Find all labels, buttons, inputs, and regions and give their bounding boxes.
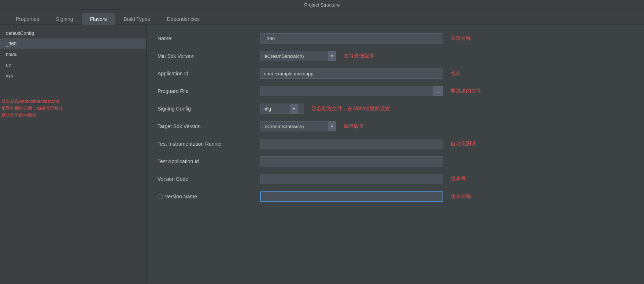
min-sdk-select-wrapper: ▼	[260, 51, 336, 61]
proguard-browse-button[interactable]: ...	[433, 86, 443, 96]
comment-target-sdk: 编译版本	[344, 123, 364, 130]
label-min-sdk: Min Sdk Version	[158, 53, 260, 59]
label-signing: Signing Config	[158, 106, 260, 112]
sidebar-item-uc[interactable]: uc	[0, 60, 146, 70]
sidebar: defaultConfig _360 baidu uc yyb 其实就是Andr…	[0, 25, 147, 283]
comment-version-name: 版本名称	[451, 193, 471, 200]
tab-signing[interactable]: Signing	[48, 13, 82, 25]
tab-flavors[interactable]: Flavors	[82, 13, 115, 25]
target-sdk-input[interactable]	[260, 121, 328, 131]
comment-proguard: 要混淆的文件	[451, 88, 481, 94]
input-area-proguard: ... 要混淆的文件	[260, 86, 633, 96]
sidebar-item-yyb[interactable]: yyb	[0, 70, 146, 81]
field-row-signing: Signing Config ▼ 签名配置文件，在Signing里面设置	[158, 102, 633, 115]
field-row-target-sdk: Target Sdk Version ▼ 编译版本	[158, 120, 633, 132]
min-sdk-input[interactable]	[260, 51, 328, 61]
sidebar-item-defaultconfig[interactable]: defaultConfig	[0, 28, 146, 38]
input-area-test-app-id	[260, 156, 633, 167]
input-area-version-code: 版本号	[260, 174, 633, 184]
proguard-row: ...	[260, 86, 443, 96]
label-version-code: Version Code	[158, 176, 260, 182]
label-proguard: Proguard File	[158, 88, 260, 94]
content-panel: Name: 渠道名称 Min Sdk Version ▼ 支持最低版本	[147, 25, 644, 283]
version-code-input[interactable]	[260, 174, 443, 184]
name-input[interactable]	[260, 33, 443, 44]
field-row-name: Name: 渠道名称	[158, 32, 633, 45]
input-area-min-sdk: ▼ 支持最低版本	[260, 51, 633, 61]
label-test-runner: Test Instrumentation Runner	[158, 141, 260, 147]
label-version-name: Version Name	[158, 194, 260, 199]
field-row-version-name: Version Name 版本名称	[158, 190, 633, 203]
window-title: Project Structure	[304, 2, 340, 8]
tab-properties[interactable]: Properties	[7, 13, 48, 25]
tab-build-types[interactable]: Build Types	[115, 13, 158, 25]
proguard-file-input[interactable]	[260, 86, 433, 96]
comment-version-code: 版本号	[451, 176, 466, 182]
input-area-test-runner: 自动化测试	[260, 139, 633, 149]
field-row-proguard: Proguard File ... 要混淆的文件	[158, 85, 633, 97]
input-area-signing: ▼ 签名配置文件，在Signing里面设置	[260, 104, 633, 114]
field-row-version-code: Version Code 版本号	[158, 173, 633, 185]
field-row-test-runner: Test Instrumentation Runner 自动化测试	[158, 138, 633, 150]
comment-signing: 签名配置文件，在Signing里面设置	[311, 105, 390, 112]
field-row-min-sdk: Min Sdk Version ▼ 支持最低版本	[158, 50, 633, 62]
field-row-app-id: Application Id 包名	[158, 67, 633, 80]
signing-select-wrapper: ▼	[260, 104, 304, 114]
field-row-test-app-id: Test Application Id	[158, 155, 633, 168]
label-target-sdk: Target Sdk Version	[158, 123, 260, 129]
input-area-target-sdk: ▼ 编译版本	[260, 121, 633, 131]
tabs-bar: Properties Signing Flavors Build Types D…	[0, 10, 644, 25]
sidebar-annotation: 其实就是AndroidManifest.xml 配置的那些东西，如果没填写就 默…	[1, 98, 63, 119]
version-name-input[interactable]	[260, 191, 443, 202]
application-id-input[interactable]	[260, 68, 443, 79]
comment-app-id: 包名	[451, 70, 461, 77]
input-area-app-id: 包名	[260, 68, 633, 79]
label-test-app-id: Test Application Id	[158, 158, 260, 164]
comment-min-sdk: 支持最低版本	[344, 53, 374, 59]
version-name-radio[interactable]	[158, 194, 163, 199]
input-area-version-name: 版本名称	[260, 191, 633, 202]
test-runner-input[interactable]	[260, 139, 443, 149]
min-sdk-dropdown-arrow[interactable]: ▼	[328, 51, 336, 61]
label-name: Name:	[158, 36, 260, 41]
label-app-id: Application Id	[158, 71, 260, 76]
test-app-id-input[interactable]	[260, 156, 443, 167]
target-sdk-dropdown-arrow[interactable]: ▼	[328, 121, 336, 131]
comment-name: 渠道名称	[451, 35, 471, 42]
comment-test-runner: 自动化测试	[451, 141, 476, 147]
sidebar-item-360[interactable]: _360	[0, 38, 146, 49]
tab-dependencies[interactable]: Dependencies	[159, 13, 208, 25]
signing-dropdown-arrow[interactable]: ▼	[290, 104, 298, 114]
title-bar: Project Structure	[0, 0, 644, 10]
sidebar-item-baidu[interactable]: baidu	[0, 49, 146, 60]
input-area-name: 渠道名称	[260, 33, 633, 44]
signing-config-input[interactable]	[260, 104, 290, 114]
main-content: defaultConfig _360 baidu uc yyb 其实就是Andr…	[0, 25, 644, 283]
target-sdk-select-wrapper: ▼	[260, 121, 336, 131]
